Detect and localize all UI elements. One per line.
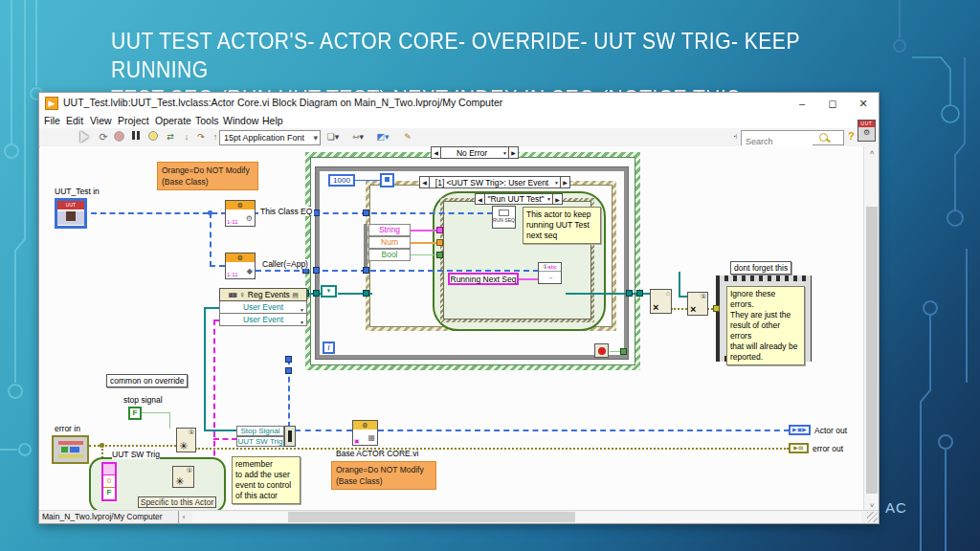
vertical-scrollbar[interactable]: ˄ ˅ [863,146,879,513]
search-box[interactable] [741,130,844,145]
clear-errors-node[interactable]: ⌂× [650,289,672,314]
scroll-up-arrow[interactable]: ˄ [864,146,880,160]
running-next-seq-constant[interactable]: Running Next Seq [448,273,519,285]
class-wire [210,265,225,267]
resize-grip[interactable] [867,512,878,522]
horizontal-scrollbar[interactable] [192,512,861,522]
highlight-execution-button[interactable] [148,131,162,143]
base-actor-core-node[interactable]: ⚙▣▦ [352,420,378,446]
retain-wire-values-button[interactable]: ⇄ [164,131,177,143]
tunnel [620,348,627,355]
queue-wire-stub [204,307,219,309]
vertical-scroll-thumb[interactable] [866,207,878,494]
menu-view[interactable]: View [90,115,112,126]
block-diagram: ◀ No Error ▼ ▶ ◀ [1] <UUT SW Trig>: User… [40,146,864,512]
bool-wire [142,412,170,413]
note-orange-top: Orange=Do NOT Modify (Base Class) [157,162,258,190]
search-scope-arrow[interactable]: ▪| [734,133,737,139]
help-icon[interactable]: ? [848,130,855,142]
queue-wire-stub [204,430,237,431]
close-button[interactable]: ✕ [848,93,879,114]
uut-sw-trig-cluster-constant[interactable]: 0 F [101,462,117,501]
class-wire-to-base [295,430,352,431]
run-button[interactable] [80,131,94,143]
event-selector[interactable]: ◀ [1] <UUT SW Trig>: User Event ▼ ▶ [419,176,570,188]
label-common-on-override: common on override [106,374,188,387]
teal-wire-stub [679,296,687,298]
error-wire [671,308,687,310]
run-seq-node[interactable]: RUN SEQ [492,206,516,229]
case-selector-no-error[interactable]: ◀ No Error ▼ ▶ [431,146,519,159]
create-user-event-node[interactable]: ①✳ [172,466,194,488]
label-dont-forget: dont forget this [730,261,791,275]
error-in-terminal[interactable] [52,435,89,464]
user-event-wire [213,438,237,440]
case-selector-run-uut-test[interactable]: ◀ "Run UUT Test" ▼ ▶ [475,193,563,205]
wire-junction [100,443,104,448]
tunnel [436,227,443,233]
class-wire [91,212,227,214]
register-for-events-node[interactable]: 🀰 ♀ Reg Events ▤ User Event▼ User Event▼ [219,288,307,326]
font-selector[interactable]: 15pt Application Font▾ [219,130,321,145]
align-objects-dropdown[interactable]: ❏▾ [323,130,344,143]
teal-wire-up [679,272,680,298]
menu-file[interactable]: File [44,115,60,126]
window-titlebar[interactable]: ▶ UUT_Test.lvlib:UUT_Test.lvclass:Actor … [39,93,879,114]
status-tab[interactable]: Main_N_Two.lvproj/My Computer [39,511,179,523]
vi-icon[interactable]: UUT ⚙ [858,120,876,142]
tunnel [363,209,369,216]
numeric-wire-timeout [355,180,380,181]
tunnel [626,290,633,297]
actor-out-terminal[interactable]: ▶▣▶ [789,425,811,435]
label-uut-test-in: UUT_Test in [55,187,100,196]
release-merge-node[interactable]: ①✳ [176,428,196,452]
label-error-in: error in [55,424,80,433]
user-event-wire [213,320,215,474]
tunnel [313,267,320,274]
scroll-left-arrow[interactable]: ‹ [177,511,190,523]
label-specific-to-actor: Specific to this Actor [138,496,216,508]
reg-event-source-2[interactable]: User Event▼ [219,314,307,326]
this-class-eq-node[interactable]: ⚙1-11⚙ [225,200,256,227]
run-continuous-button[interactable]: ⟳ [97,131,110,143]
abort-button[interactable] [114,131,127,143]
maximize-button[interactable]: ◻ [817,93,848,114]
cluster-bool-label: Bool [368,249,411,261]
menu-project[interactable]: Project [118,115,149,126]
iteration-terminal: i [323,342,335,354]
loop-stop-terminal[interactable] [594,343,609,358]
horizontal-scroll-thumb[interactable] [288,512,575,522]
note-ignore-errors: Ignore these errors. They are just the r… [726,286,805,365]
menu-help[interactable]: Help [262,115,283,126]
merge-errors-node[interactable]: ①× [687,292,708,316]
search-input[interactable] [742,136,813,146]
bundle-node[interactable] [284,426,296,447]
uut-test-in-terminal[interactable]: UUT [55,198,87,229]
label-stop-signal: stop signal [123,395,163,405]
menu-bar: File Edit View Project Operate Tools Win… [39,114,879,129]
step-over-button[interactable]: ↷ [194,131,208,143]
error-out-terminal[interactable]: ▶▤ [789,443,809,453]
abc-property-node[interactable]: ①abc → [538,262,562,284]
tunnel [363,267,369,274]
tunnel [436,239,443,246]
cleanup-diagram-button[interactable]: ✎ [397,130,418,143]
note-actor-keep: This actor to keep running UUT Test next… [523,207,601,244]
tunnel [636,290,643,297]
menu-edit[interactable]: Edit [66,115,83,126]
class-wire [210,212,212,267]
class-wire-actor-out [378,430,790,431]
pause-button[interactable] [129,131,143,143]
menu-window[interactable]: Window [223,115,258,126]
stop-signal-constant[interactable]: F [128,407,142,420]
resize-objects-dropdown[interactable]: ◩▾ [372,130,393,143]
timeout-constant[interactable]: 1000 [328,174,355,187]
menu-operate[interactable]: Operate [155,115,191,126]
menu-tools[interactable]: Tools [195,115,219,126]
minimize-button[interactable]: – [787,93,817,114]
step-into-button[interactable]: ↓ [180,131,193,143]
reg-event-source-1[interactable]: User Event▼ [219,301,307,314]
bundle-row-stop-signal: Stop Signal [236,426,284,436]
caller-node[interactable]: ⚙1-11◆ [225,253,256,279]
distribute-objects-dropdown[interactable]: ⇿▾ [347,130,368,143]
